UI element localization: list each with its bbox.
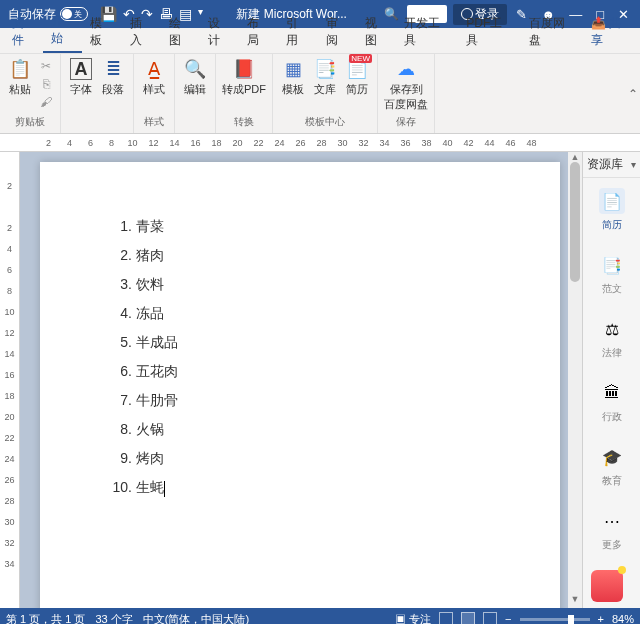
save-baidu-button[interactable]: ☁保存到 百度网盘 [384,58,428,112]
side-panel-title: 资源库 [587,156,623,173]
side-panel-header[interactable]: 资源库 ▾ [583,152,640,178]
list-item[interactable]: 4. 冻品 [110,299,490,328]
pdf-icon: 📕 [233,58,255,80]
document-canvas[interactable]: 1. 青菜2. 猪肉3. 饮料4. 冻品5. 半成品6. 五花肉7. 牛肋骨8.… [20,152,582,608]
word-count[interactable]: 33 个字 [95,612,132,625]
sidebar-item-教育[interactable]: 🎓教育 [583,434,640,498]
style-icon: A̲ [143,58,165,80]
template-button[interactable]: ▦模板 [279,58,307,97]
cut-icon[interactable]: ✂ [38,58,54,74]
language-indicator[interactable]: 中文(简体，中国大陆) [143,612,249,625]
page-indicator[interactable]: 第 1 页，共 1 页 [6,612,85,625]
sidebar-item-简历[interactable]: 📄简历 [583,178,640,242]
sidebar-icon: 🏛 [599,380,625,406]
copy-icon[interactable]: ⎘ [38,76,54,92]
side-panel: 资源库 ▾ 📄简历📑范文⚖法律🏛行政🎓教育⋯更多 [582,152,640,608]
group-clipboard: 📋 粘贴 ✂ ⎘ 🖌 剪贴板 [0,54,61,133]
list-item[interactable]: 2. 猪肉 [110,241,490,270]
paragraph-icon: ≣ [102,58,124,80]
list-item[interactable]: 9. 烤肉 [110,444,490,473]
tab-home[interactable]: 开始 [43,9,82,53]
list-item[interactable]: 7. 牛肋骨 [110,386,490,415]
tab-layout[interactable]: 布局 [239,11,278,53]
library-icon: 📑 [314,58,336,80]
paragraph-button[interactable]: ≣段落 [99,58,127,97]
ribbon-collapse-icon[interactable]: ⌃ [626,54,640,133]
edit-button[interactable]: 🔍编辑 [181,58,209,97]
zoom-out-button[interactable]: − [505,613,511,624]
group-template-center: ▦模板 📑文库 📄NEW简历 模板中心 [273,54,378,133]
tab-draw[interactable]: 绘图 [161,11,200,53]
font-button[interactable]: A字体 [67,58,95,97]
ribbon: 📋 粘贴 ✂ ⎘ 🖌 剪贴板 A字体 ≣段落 A̲样式 样式 🔍编辑 📕转成PD… [0,54,640,134]
scrollbar-thumb[interactable] [570,162,580,282]
numbered-list: 1. 青菜2. 猪肉3. 饮料4. 冻品5. 半成品6. 五花肉7. 牛肋骨8.… [110,212,490,502]
zoom-slider[interactable] [520,618,590,621]
paste-button[interactable]: 📋 粘贴 [6,58,34,97]
resume-button[interactable]: 📄NEW简历 [343,58,371,97]
list-item[interactable]: 5. 半成品 [110,328,490,357]
template-icon: ▦ [282,58,304,80]
sidebar-icon: 🎓 [599,444,625,470]
library-button[interactable]: 📑文库 [311,58,339,97]
page[interactable]: 1. 青菜2. 猪肉3. 饮料4. 冻品5. 半成品6. 五花肉7. 牛肋骨8.… [40,162,560,608]
group-style: A̲样式 样式 [134,54,175,133]
sidebar-icon: 📑 [599,252,625,278]
paste-icon: 📋 [9,58,31,80]
tab-baidu[interactable]: 百度网盘 [521,11,583,53]
print-view-icon[interactable] [461,612,475,624]
tab-design[interactable]: 设计 [200,11,239,53]
list-item[interactable]: 8. 火锅 [110,415,490,444]
baidu-cloud-icon: ☁ [395,58,417,80]
list-item[interactable]: 3. 饮料 [110,270,490,299]
sidebar-item-法律[interactable]: ⚖法律 [583,306,640,370]
tab-reference[interactable]: 引用 [278,11,317,53]
scroll-down-icon[interactable]: ▼ [568,594,582,608]
tab-view[interactable]: 视图 [357,11,396,53]
tab-template[interactable]: 模板 [82,11,121,53]
sidebar-icon: ⚖ [599,316,625,342]
style-button[interactable]: A̲样式 [140,58,168,97]
web-view-icon[interactable] [483,612,497,624]
tab-file[interactable]: 文件 [4,11,43,53]
share-button[interactable]: 📤 共享 [583,11,640,53]
sidebar-item-更多[interactable]: ⋯更多 [583,498,640,562]
group-save: ☁保存到 百度网盘 保存 [378,54,435,133]
sidebar-icon: ⋯ [599,508,625,534]
group-edit: 🔍编辑 [175,54,216,133]
tab-pdf[interactable]: PDF工具 [458,11,520,53]
status-bar: 第 1 页，共 1 页 33 个字 中文(简体，中国大陆) ▣ 专注 − + 8… [0,608,640,624]
gift-icon [591,570,623,602]
sidebar-icon: 📄 [599,188,625,214]
tab-review[interactable]: 审阅 [318,11,357,53]
sidebar-item-范文[interactable]: 📑范文 [583,242,640,306]
search-edit-icon: 🔍 [184,58,206,80]
tab-dev[interactable]: 开发工具 [396,11,458,53]
tab-insert[interactable]: 插入 [122,11,161,53]
list-item[interactable]: 1. 青菜 [110,212,490,241]
promo-gift[interactable] [583,562,640,610]
scrollbar-vertical[interactable]: ▲ ▼ [568,152,582,608]
read-view-icon[interactable] [439,612,453,624]
chevron-down-icon: ▾ [631,159,636,170]
zoom-in-button[interactable]: + [598,613,604,624]
format-painter-icon[interactable]: 🖌 [38,94,54,110]
group-convert: 📕转成PDF 转换 [216,54,273,133]
convert-pdf-button[interactable]: 📕转成PDF [222,58,266,97]
focus-mode-button[interactable]: ▣ 专注 [395,612,431,625]
ribbon-tabs: 文件 开始 模板 插入 绘图 设计 布局 引用 审阅 视图 开发工具 PDF工具… [0,28,640,54]
list-item[interactable]: 10. 生蚝 [110,473,490,502]
list-item[interactable]: 6. 五花肉 [110,357,490,386]
sidebar-item-行政[interactable]: 🏛行政 [583,370,640,434]
resume-icon: 📄NEW [346,58,368,80]
workspace: 2246810121416182022242628303234 1. 青菜2. … [0,152,640,608]
ruler-horizontal[interactable]: 2468101214161820222426283032343638404244… [0,134,640,152]
group-font: A字体 ≣段落 [61,54,134,133]
zoom-level[interactable]: 84% [612,613,634,624]
ruler-vertical[interactable]: 2246810121416182022242628303234 [0,152,20,608]
font-icon: A [70,58,92,80]
